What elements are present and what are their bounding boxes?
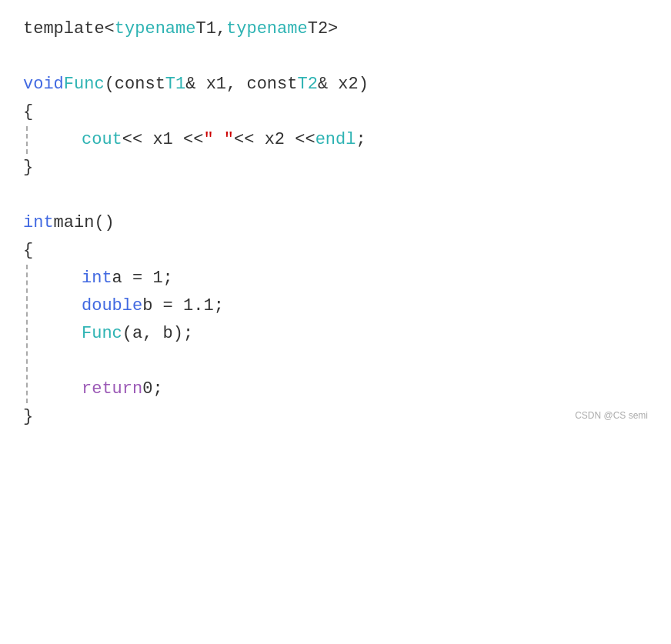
t2-param: T2> <box>308 15 339 42</box>
line-open-brace-1: { <box>23 98 656 126</box>
line-open-brace-2: { <box>23 237 656 265</box>
empty-line-1 <box>23 43 656 71</box>
template-keyword: template< <box>23 15 115 42</box>
line-double-b: double b = 1.1; <box>35 292 656 320</box>
cout-keyword: cout <box>82 126 122 153</box>
semicolon-1: ; <box>356 126 366 153</box>
int-keyword-a: int <box>82 265 112 292</box>
t1-type: T1 <box>165 71 185 98</box>
return-keyword: return <box>82 375 142 402</box>
line-cout: cout << x1 << " " << x2 << endl; <box>35 126 656 154</box>
func-body: cout << x1 << " " << x2 << endl; <box>26 126 656 154</box>
line-close-brace-2: } <box>23 403 656 431</box>
amp1: & x1, const <box>185 71 297 98</box>
cout-op2: << x2 << <box>234 126 315 153</box>
main-func: main() <box>54 209 115 236</box>
t2-type: T2 <box>297 71 317 98</box>
func-params: (const <box>105 71 165 98</box>
open-brace-1: { <box>23 98 33 125</box>
double-keyword: double <box>82 292 142 319</box>
func-call-args: (a, b); <box>122 320 193 347</box>
cout-op1: << x1 << <box>122 126 204 153</box>
typename-kw-1: typename <box>115 15 196 42</box>
line-int-a: int a = 1; <box>35 265 656 292</box>
line-close-brace-1: } <box>23 154 656 182</box>
endl-kw: endl <box>315 126 356 153</box>
int-keyword-main: int <box>23 209 54 236</box>
empty-line-3 <box>35 348 656 375</box>
close-brace-2: } <box>23 403 33 430</box>
line-1: template<typename T1, typename T2> <box>23 15 656 43</box>
b-decl: b = 1.1; <box>142 292 224 319</box>
line-func-decl: void Func(const T1& x1, const T2& x2) <box>23 71 656 98</box>
close-brace-1: } <box>23 154 33 181</box>
void-keyword: void <box>23 71 64 98</box>
watermark: CSDN @CS semi <box>575 409 648 423</box>
line-func-call: Func(a, b); <box>35 320 656 348</box>
a-decl: a = 1; <box>112 265 173 292</box>
return-value: 0; <box>142 375 162 402</box>
line-main-decl: int main() <box>23 209 656 237</box>
func-call-name: Func <box>82 320 122 347</box>
open-brace-2: { <box>23 237 33 264</box>
main-body: int a = 1; double b = 1.1; Func(a, b); r… <box>26 265 656 403</box>
t1-param: T1, <box>195 15 226 42</box>
code-block: template<typename T1, typename T2> void … <box>23 15 656 431</box>
typename-kw-2: typename <box>226 15 308 42</box>
amp2: & x2) <box>318 71 369 98</box>
func-name: Func <box>64 71 105 98</box>
line-return: return 0; <box>35 375 656 403</box>
string-literal: " " <box>203 126 234 153</box>
empty-line-2 <box>23 182 656 209</box>
